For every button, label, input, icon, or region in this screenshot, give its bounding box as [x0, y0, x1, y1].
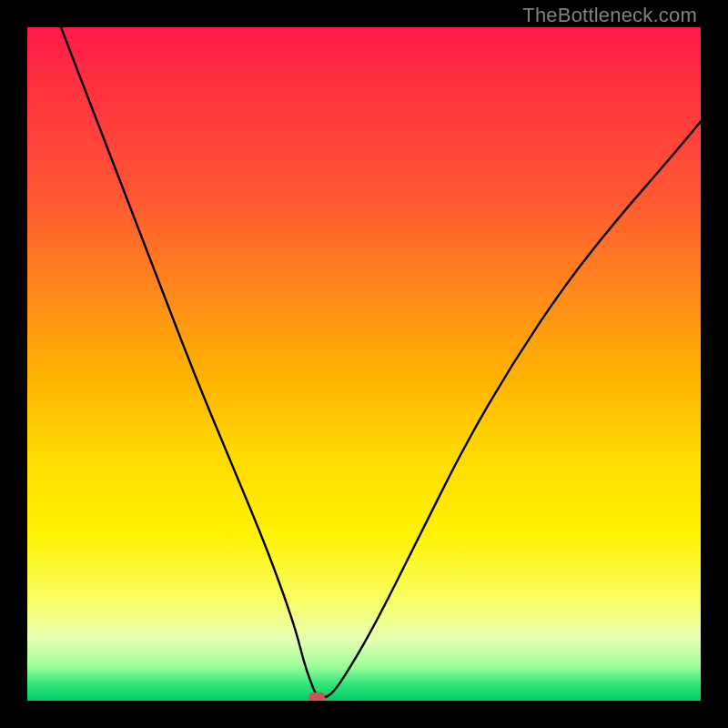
curve-layer [27, 27, 701, 701]
minimum-marker [308, 693, 325, 701]
bottleneck-curve [61, 27, 701, 697]
watermark-text: TheBottleneck.com [522, 4, 697, 27]
plot-area [27, 27, 701, 701]
chart-frame: TheBottleneck.com [0, 0, 728, 728]
